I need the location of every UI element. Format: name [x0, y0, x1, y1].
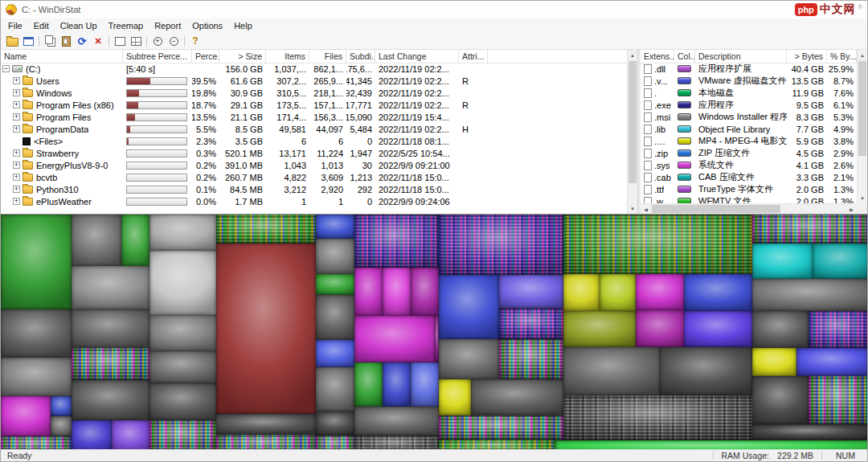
treemap-cell[interactable]	[809, 311, 867, 348]
treemap-cell[interactable]	[354, 435, 439, 449]
frame-view-button[interactable]	[112, 34, 128, 48]
extension-row[interactable]: .msiWindows Installer 程序包8.3 GB5.3%	[641, 111, 857, 123]
treemap-cell[interactable]	[1, 309, 72, 358]
app-window-button[interactable]	[20, 34, 36, 48]
tree-row[interactable]: +ProgramData5.5%8.5 GB49,58144,0975,4842…	[1, 123, 627, 135]
grid-view-button[interactable]	[128, 34, 144, 48]
tree-row[interactable]: +Program Files13.5%21.1 GB171,4...156,3.…	[1, 111, 627, 123]
expander-icon[interactable]: +	[13, 77, 20, 84]
treemap-cell[interactable]	[1, 358, 72, 396]
expander-icon[interactable]: +	[13, 149, 20, 157]
scroll-down-icon[interactable]: ▼	[628, 203, 637, 214]
ext-horizontal-scrollbar[interactable]: ◀ ▶	[641, 203, 857, 214]
treemap-cell[interactable]	[796, 348, 867, 376]
tree-column-header[interactable]: Last Change	[375, 50, 459, 63]
treemap-cell[interactable]	[563, 311, 636, 347]
expander-icon[interactable]: +	[13, 161, 20, 169]
treemap-cell[interactable]	[752, 424, 867, 440]
refresh-button[interactable]: ⟳	[74, 34, 90, 48]
menu-item-clean-up[interactable]: Clean Up	[55, 19, 103, 32]
help-button[interactable]: ?	[187, 34, 203, 48]
scrollbar-thumb[interactable]	[628, 61, 637, 183]
treemap-cell[interactable]	[354, 407, 439, 435]
paste-button[interactable]	[58, 34, 74, 48]
tree-row[interactable]: −(C:)[5:40 s]156.0 GB1,037,...862,1...17…	[1, 63, 627, 75]
treemap-cell[interactable]	[439, 415, 563, 440]
extension-row[interactable]: .本地磁盘11.9 GB7.6%	[641, 87, 857, 99]
expander-icon[interactable]: +	[13, 101, 20, 108]
tree-row[interactable]: +ePlusWeather0.0%1.7 MB1102022/9/9 09:24…	[1, 195, 627, 207]
treemap-cell[interactable]	[216, 243, 316, 414]
tree-row[interactable]: +EnergyPlusV8-9-00.2%391.0 MB1,0431,0133…	[1, 159, 627, 171]
scroll-right-icon[interactable]: ▶	[846, 204, 857, 214]
zoom-out-button[interactable]: −	[166, 34, 182, 48]
treemap-cell[interactable]	[216, 215, 316, 243]
scrollbar-thumb[interactable]	[858, 61, 866, 156]
treemap-cell[interactable]	[752, 376, 809, 424]
treemap-cell[interactable]	[121, 215, 149, 266]
tree-vertical-scrollbar[interactable]: ▲ ▼	[627, 50, 637, 214]
scrollbar-thumb[interactable]	[652, 205, 780, 213]
expander-icon[interactable]: +	[13, 113, 20, 121]
treemap-cell[interactable]	[149, 251, 216, 315]
extension-row[interactable]: .dll应用程序扩展40.4 GB25.9%	[641, 63, 857, 75]
tree-row[interactable]: <Files>2.3%3.5 GB6602022/11/18 08:1...	[1, 135, 627, 147]
treemap[interactable]	[1, 214, 867, 449]
treemap-cell[interactable]	[439, 215, 563, 275]
treemap-cell[interactable]	[51, 396, 72, 416]
treemap-cell[interactable]	[216, 435, 316, 449]
tree-column-header[interactable]: > Size	[219, 50, 266, 63]
extension-row[interactable]: .m...MP4 - MPEG-4 电影文件5.9 GB3.8%	[641, 135, 857, 147]
treemap-cell[interactable]	[149, 383, 216, 420]
menu-item-edit[interactable]: Edit	[28, 19, 55, 32]
treemap-cell[interactable]	[72, 420, 112, 449]
treemap-cell[interactable]	[72, 215, 121, 266]
ext-vertical-scrollbar[interactable]: ▲ ▼	[857, 50, 867, 203]
scroll-up-icon[interactable]: ▲	[628, 50, 637, 60]
scroll-left-icon[interactable]: ◀	[641, 204, 651, 214]
menu-item-help[interactable]: Help	[228, 19, 258, 32]
treemap-cell[interactable]	[752, 215, 867, 243]
treemap-cell[interactable]	[149, 351, 216, 383]
treemap-cell[interactable]	[563, 347, 660, 395]
treemap-cell[interactable]	[72, 266, 149, 309]
extension-row[interactable]: .cabCAB 压缩文件3.3 GB2.1%	[641, 171, 857, 183]
treemap-cell[interactable]	[563, 274, 600, 311]
tree-row[interactable]: +Strawberry0.3%520.1 MB13,17111,2241,947…	[1, 147, 627, 159]
treemap-cell[interactable]	[316, 367, 354, 411]
treemap-cell[interactable]	[600, 274, 636, 311]
ext-column-header[interactable]: > Bytes	[787, 50, 827, 63]
extension-row[interactable]: .ttfTrueType 字体文件2.0 GB1.3%	[641, 183, 857, 195]
expander-icon[interactable]: +	[13, 186, 20, 193]
treemap-cell[interactable]	[72, 348, 149, 380]
treemap-cell[interactable]	[684, 311, 752, 347]
extension-row[interactable]: .sys系统文件4.1 GB2.6%	[641, 159, 857, 171]
menu-item-file[interactable]: File	[2, 19, 28, 32]
tree-row[interactable]: +bcvtb0.2%260.7 MB4,8223,6091,2132022/11…	[1, 171, 627, 183]
menu-item-report[interactable]: Report	[149, 19, 186, 32]
scroll-up-icon[interactable]: ▲	[858, 50, 867, 60]
tree-column-header[interactable]: Files	[309, 50, 346, 63]
treemap-cell[interactable]	[439, 440, 555, 449]
treemap-cell[interactable]	[316, 295, 354, 340]
treemap-cell[interactable]	[439, 275, 499, 339]
extension-row[interactable]: .libObject File Library7.7 GB4.9%	[641, 123, 857, 135]
tree-column-header[interactable]: Perce...	[192, 50, 219, 63]
treemap-cell[interactable]	[813, 243, 867, 279]
expander-icon[interactable]: +	[13, 125, 20, 133]
delete-button[interactable]: ✕	[90, 34, 106, 48]
treemap-cell[interactable]	[684, 274, 752, 311]
treemap-cell[interactable]	[149, 315, 216, 351]
tree-row[interactable]: +Windows19.8%30.9 GB310,5...218,1...92,4…	[1, 87, 627, 99]
treemap-cell[interactable]	[563, 395, 752, 440]
expander-icon[interactable]: +	[13, 174, 20, 181]
ext-column-header[interactable]: % By...	[827, 50, 857, 63]
treemap-cell[interactable]	[72, 380, 149, 420]
tree-column-header[interactable]: Attri...	[459, 50, 488, 63]
tree-row[interactable]: +Program Files (x86)18.7%29.1 GB173,5...…	[1, 99, 627, 111]
treemap-cell[interactable]	[752, 279, 867, 311]
tree-column-header[interactable]: Subdi...	[346, 50, 375, 63]
treemap-cell[interactable]	[809, 376, 867, 424]
treemap-cell[interactable]	[1, 396, 51, 436]
ext-column-header[interactable]: Extens...	[641, 50, 674, 63]
